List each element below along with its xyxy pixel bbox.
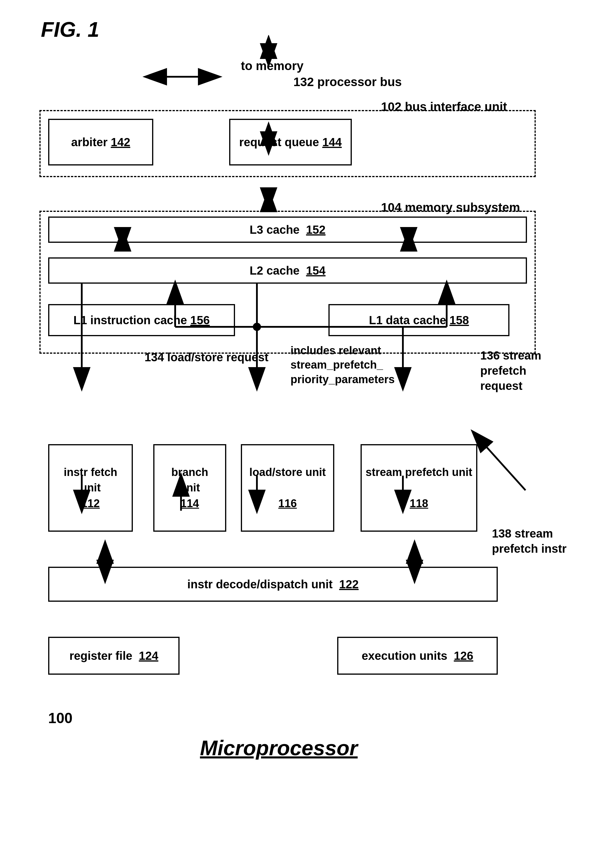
stream-prefetch-unit-box: stream prefetch unit118 [361,444,477,532]
fig-title: FIG. 1 [41,17,592,41]
processor-bus-label: 132 processor bus [294,75,402,89]
svg-line-48 [473,432,525,490]
page: FIG. 1 [0,0,616,860]
l2-cache-box: L2 cache 154 [48,257,527,284]
instr-fetch-unit-box: instr fetchunit112 [48,444,133,532]
stream-prefetch-req-label: 136 stream prefetchrequest [480,348,585,393]
includes-relevant-label: includes relevantstream_prefetch_priorit… [291,344,395,387]
load-store-req-label: 134 load/store request [145,351,269,364]
caption: Microprocessor [31,736,527,760]
stream-prefetch-instr-label: 138 streamprefetch instr [492,526,567,556]
to-memory-label: to memory [241,59,303,73]
l3-cache-box: L3 cache 152 [48,217,527,243]
l1-data-cache-box: L1 data cache 158 [328,304,509,336]
load-store-unit-box: load/store unit116 [241,444,334,532]
branch-unit-box: branchunit114 [153,444,226,532]
register-file-box: register file 124 [48,637,179,675]
l1-instr-cache-box: L1 instruction cache 156 [48,304,235,336]
instr-decode-dispatch-box: instr decode/dispatch unit 122 [48,567,498,602]
arbiter-box: arbiter 142 [48,119,153,165]
request-queue-box: request queue 144 [229,119,352,165]
execution-units-box: execution units 126 [337,637,498,675]
corner-label: 100 [48,710,72,727]
